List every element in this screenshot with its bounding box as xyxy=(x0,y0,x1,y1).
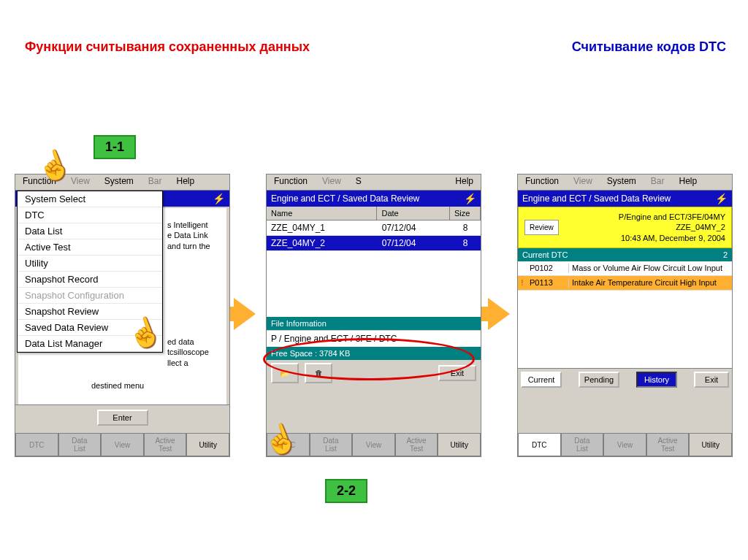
highlight-ellipse xyxy=(263,338,475,380)
menu-help[interactable]: Help xyxy=(672,174,705,190)
menu-system[interactable]: System xyxy=(600,174,644,190)
review-label: Review xyxy=(524,220,559,235)
tab-active-test[interactable]: Active Test xyxy=(395,433,438,456)
arrow-icon xyxy=(488,298,510,330)
heading-right: Считывание кодов DTC xyxy=(572,39,726,55)
dtc-desc: Mass or Volume Air Flow Circuit Low Inpu… xyxy=(569,264,729,273)
menu-help[interactable]: Help xyxy=(448,174,481,190)
menu-system[interactable]: System xyxy=(97,174,141,190)
review-text: P/Engine and ECT/3FE/04MY ZZE_04MY_2 10:… xyxy=(559,212,725,243)
exit-button[interactable]: Exit xyxy=(694,372,729,388)
menubar: Function View S Help xyxy=(267,174,481,191)
heading-left: Функции считывания сохраненных данных xyxy=(25,39,310,55)
connection-icon: ⚡ xyxy=(464,193,476,204)
pending-button[interactable]: Pending xyxy=(579,372,619,388)
current-dtc-header: Current DTC2 xyxy=(518,248,732,261)
dtc-row[interactable]: ! P0113 Intake Air Temperature Circuit H… xyxy=(518,276,732,291)
col-size[interactable]: Size xyxy=(450,207,481,220)
tab-dtc[interactable]: DTC xyxy=(15,433,58,456)
menu-item-data-list[interactable]: Data List xyxy=(18,223,162,239)
dtc-list: P0102 Mass or Volume Air Flow Circuit Lo… xyxy=(518,261,732,368)
dtc-desc: Intake Air Temperature Circuit High Inpu… xyxy=(569,278,729,288)
panel-function-menu: Function View System Bar Help ⚡ s Intell… xyxy=(15,174,230,457)
col-date[interactable]: Date xyxy=(377,207,450,220)
menu-item-utility[interactable]: Utility xyxy=(18,256,162,272)
tab-data-list[interactable]: Data List xyxy=(58,433,102,456)
table-header: Name Date Size xyxy=(267,207,481,220)
review-info: Review P/Engine and ECT/3FE/04MY ZZE_04M… xyxy=(518,207,732,248)
panel-dtc-review: Function View System Bar Help Engine and… xyxy=(517,174,733,457)
tab-active-test[interactable]: Active Test xyxy=(144,433,187,456)
bottom-tabs: DTC Data List View Active Test Utility xyxy=(15,433,229,456)
menu-function[interactable]: Function xyxy=(267,174,315,190)
panel-file-list: Function View S Help Engine and ECT / Sa… xyxy=(266,174,481,457)
file-info-header: File Information xyxy=(267,317,481,330)
tab-view: View xyxy=(603,433,646,456)
menu-item-dtc[interactable]: DTC xyxy=(18,207,162,223)
dtc-row[interactable]: P0102 Mass or Volume Air Flow Circuit Lo… xyxy=(518,261,732,276)
table-empty xyxy=(267,251,481,317)
menu-system[interactable]: S xyxy=(348,174,369,190)
arrow-icon xyxy=(234,298,256,330)
tab-data-list[interactable]: Data List xyxy=(310,433,353,456)
callout-1-1: 1-1 xyxy=(94,135,136,159)
tab-active-test[interactable]: Active Test xyxy=(646,433,690,456)
tab-view: View xyxy=(101,433,144,456)
tab-utility[interactable]: Utility xyxy=(689,433,732,456)
menu-help[interactable]: Help xyxy=(169,174,202,190)
tab-utility[interactable]: Utility xyxy=(186,433,229,456)
menu-item-snapshot-record[interactable]: Snapshot Record xyxy=(18,272,162,288)
menu-function[interactable]: Function xyxy=(518,174,566,190)
titlebar: Engine and ECT / Saved Data Review⚡ xyxy=(518,191,732,207)
tab-dtc[interactable]: DTC xyxy=(518,433,561,456)
destined-text: destined menu xyxy=(91,380,144,391)
enter-button[interactable]: Enter xyxy=(97,410,148,426)
titlebar: Engine and ECT / Saved Data Review⚡ xyxy=(267,191,481,207)
menu-view[interactable]: View xyxy=(315,174,348,190)
side-text: ed data tcsilloscope llect a xyxy=(167,337,222,368)
tab-utility[interactable]: Utility xyxy=(438,433,481,456)
menu-item-active-test[interactable]: Active Test xyxy=(18,239,162,256)
dtc-code: P0113 xyxy=(530,278,569,288)
bottom-tabs: DTC Data List View Active Test Utility xyxy=(518,433,732,456)
menu-item-system-select[interactable]: System Select xyxy=(18,191,162,207)
menu-bar[interactable]: Bar xyxy=(644,174,672,190)
table-row[interactable]: ZZE_04MY_2 07/12/04 8 xyxy=(267,236,481,251)
history-button[interactable]: History xyxy=(636,372,677,388)
tab-view: View xyxy=(352,433,395,456)
side-text: s Intelligent e Data Link and turn the xyxy=(167,220,222,251)
menubar: Function View System Bar Help xyxy=(518,174,732,191)
connection-icon: ⚡ xyxy=(715,193,728,204)
current-button[interactable]: Current xyxy=(521,372,562,388)
menu-item-snapshot-configuration: Snapshot Configuration xyxy=(18,288,162,304)
table-row[interactable]: ZZE_04MY_1 07/12/04 8 xyxy=(267,220,481,236)
callout-2-2: 2-2 xyxy=(325,479,367,503)
connection-icon: ⚡ xyxy=(213,193,225,204)
tab-data-list[interactable]: Data List xyxy=(561,433,604,456)
menu-view[interactable]: View xyxy=(566,174,600,190)
dtc-code: P0102 xyxy=(530,264,569,273)
col-name[interactable]: Name xyxy=(267,207,377,220)
menu-bar[interactable]: Bar xyxy=(141,174,169,190)
